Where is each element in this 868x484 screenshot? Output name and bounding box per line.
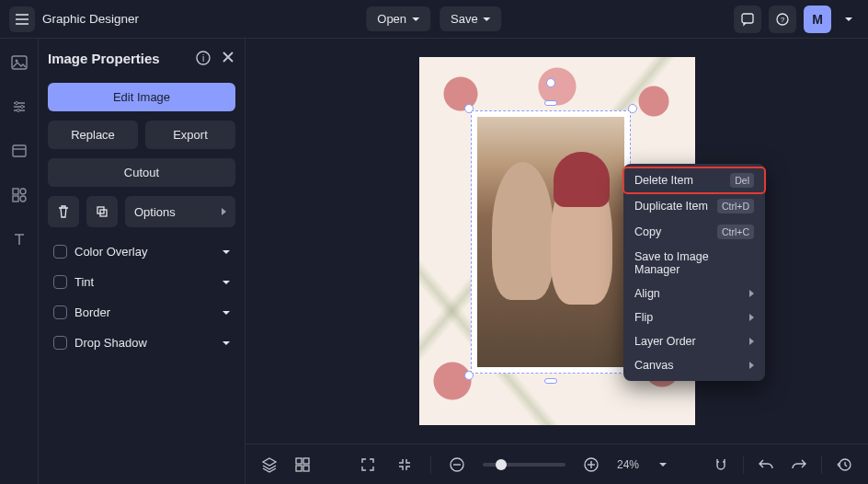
canvas-wrap: 24% (246, 39, 868, 484)
chevron-down-icon (484, 17, 491, 21)
menu-layer-order[interactable]: Layer Order (623, 329, 765, 353)
chevron-down-icon (223, 281, 230, 284)
menu-shortcut: Ctrl+C (717, 225, 754, 239)
export-button[interactable]: Export (145, 121, 235, 149)
chevron-right-icon (749, 362, 754, 369)
zoom-slider-thumb[interactable] (496, 459, 507, 470)
grid-icon (295, 457, 310, 472)
divider (430, 455, 431, 474)
svg-text:?: ? (781, 16, 785, 24)
info-button[interactable]: i (195, 50, 211, 66)
options-dropdown[interactable]: Options (125, 196, 235, 227)
topbar-right: ? M (734, 6, 859, 33)
checkbox[interactable] (53, 336, 67, 350)
menu-duplicate-item[interactable]: Duplicate Item Ctrl+D (623, 193, 765, 219)
canvas-stage[interactable] (246, 39, 868, 444)
text-icon (11, 231, 28, 248)
checkbox[interactable] (53, 305, 67, 319)
chat-icon (740, 12, 755, 27)
rail-image-button[interactable] (6, 50, 32, 75)
menu-save-to-image-manager[interactable]: Save to Image Manager (623, 245, 765, 282)
checkbox[interactable] (53, 245, 67, 259)
menu-label: Layer Order (634, 335, 696, 348)
bottombar-right (710, 454, 855, 476)
save-button[interactable]: Save (440, 6, 502, 31)
open-label: Open (377, 12, 406, 26)
layers-view-button[interactable] (258, 454, 280, 476)
chevron-right-icon (222, 208, 226, 215)
accordion-color-overlay[interactable]: Color Overlay (48, 236, 235, 267)
replace-button[interactable]: Replace (48, 121, 138, 149)
menu-canvas[interactable]: Canvas (623, 353, 765, 377)
rail-text-button[interactable] (6, 226, 32, 252)
zoom-value: 24% (617, 458, 645, 471)
menu-align[interactable]: Align (623, 282, 765, 305)
duplicate-tool-button[interactable] (86, 196, 118, 227)
grid-view-button[interactable] (291, 454, 314, 476)
actual-size-button[interactable] (394, 454, 416, 476)
context-menu: Delete Item Del Duplicate Item Ctrl+D Co… (623, 164, 765, 381)
app-title: Graphic Designer (42, 12, 139, 26)
panel-title: Image Properties (48, 51, 160, 66)
help-button[interactable]: ? (769, 6, 796, 33)
svg-rect-20 (296, 466, 302, 471)
feedback-button[interactable] (734, 6, 761, 33)
bottombar: 24% (246, 444, 868, 484)
accordion-label: Drop Shadow (74, 336, 147, 350)
redo-button[interactable] (788, 454, 810, 476)
main-menu-button[interactable] (9, 6, 35, 32)
snap-button[interactable] (710, 454, 732, 476)
svg-point-6 (20, 106, 23, 109)
stack-icon (261, 456, 278, 473)
magnet-icon (714, 457, 728, 472)
zoom-dropdown[interactable] (659, 463, 667, 467)
rail-shapes-button[interactable] (6, 182, 32, 208)
user-avatar[interactable]: M (804, 6, 831, 33)
svg-point-4 (15, 60, 17, 63)
svg-rect-10 (13, 189, 18, 194)
trash-icon (56, 204, 71, 219)
menu-delete-item[interactable]: Delete Item Del (623, 167, 765, 193)
undo-button[interactable] (755, 454, 777, 476)
accordion-tint[interactable]: Tint (48, 267, 235, 297)
hamburger-icon (16, 14, 29, 25)
menu-copy[interactable]: Copy Ctrl+C (623, 219, 765, 245)
rail-adjust-button[interactable] (6, 94, 32, 120)
menu-label: Flip (634, 311, 653, 324)
close-panel-button[interactable] (221, 50, 235, 66)
chevron-right-icon (749, 314, 754, 321)
close-icon (221, 50, 235, 64)
zoom-out-button[interactable] (446, 454, 468, 476)
accordion-drop-shadow[interactable]: Drop Shadow (48, 328, 235, 358)
menu-label: Delete Item (634, 174, 693, 187)
history-button[interactable] (833, 454, 855, 476)
zoom-slider[interactable] (483, 463, 565, 467)
delete-tool-button[interactable] (48, 196, 79, 227)
zoom-in-button[interactable] (580, 454, 602, 476)
edit-image-button[interactable]: Edit Image (48, 83, 235, 111)
svg-text:i: i (202, 53, 204, 63)
minus-circle-icon (449, 456, 465, 473)
user-menu-button[interactable] (839, 6, 859, 33)
fit-screen-button[interactable] (357, 454, 379, 476)
accordion-border[interactable]: Border (48, 297, 235, 328)
redo-icon (791, 457, 807, 472)
rail-layers-button[interactable] (6, 138, 32, 164)
cutout-button[interactable]: Cutout (48, 158, 235, 187)
menu-flip[interactable]: Flip (623, 305, 765, 329)
chevron-down-icon (412, 17, 419, 21)
menu-label: Duplicate Item (634, 200, 708, 213)
chevron-right-icon (749, 290, 754, 297)
open-button[interactable]: Open (366, 6, 430, 31)
svg-rect-12 (13, 196, 18, 202)
history-icon (836, 456, 852, 473)
photo-content (477, 117, 624, 367)
help-icon: ? (775, 12, 790, 27)
checkbox[interactable] (53, 275, 67, 289)
topbar-center: Open Save (366, 6, 501, 31)
svg-rect-18 (296, 458, 302, 464)
chevron-right-icon (749, 338, 754, 345)
chevron-down-icon (223, 250, 230, 254)
chevron-down-icon (223, 341, 230, 345)
selected-image-frame[interactable] (471, 110, 631, 374)
